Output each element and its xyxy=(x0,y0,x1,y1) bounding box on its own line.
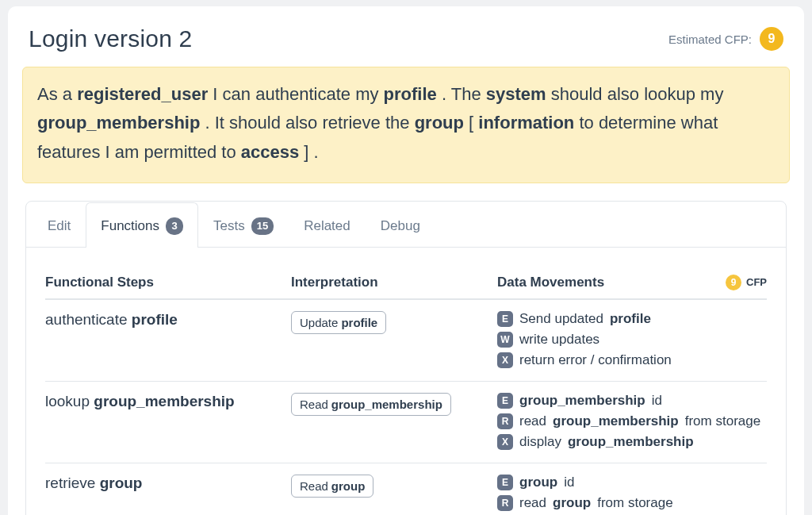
movement-text: read xyxy=(519,413,546,429)
interpretation-cell: Readgroup xyxy=(291,475,497,498)
movement-entity: group_membership xyxy=(519,393,645,409)
tab-label: Edit xyxy=(48,218,71,234)
table-body: authenticate profileUpdateprofileESend u… xyxy=(45,300,767,515)
data-movement: Xdisplay group_membership xyxy=(497,434,767,450)
movement-entity: group_membership xyxy=(553,413,679,429)
interpretation-pill[interactable]: Readgroup_membership xyxy=(291,393,451,416)
data-movement: Wwrite updates xyxy=(497,332,767,348)
tab-label: Tests xyxy=(213,218,245,234)
movement-text: id xyxy=(652,393,662,409)
functional-step: authenticate profile xyxy=(45,311,291,329)
tab-label: Functions xyxy=(101,218,159,234)
movement-code-chip: W xyxy=(497,332,513,348)
tab-label: Debug xyxy=(381,218,420,234)
tab-count-badge: 15 xyxy=(251,217,274,235)
story-entity: group xyxy=(415,113,464,133)
movement-text: id xyxy=(564,475,574,490)
page-header: Login version 2 Estimated CFP: 9 xyxy=(8,25,804,52)
story-text: should also lookup my xyxy=(546,84,724,104)
step-noun: group xyxy=(100,475,143,491)
movement-text: from storage xyxy=(597,495,672,511)
movement-code-chip: X xyxy=(497,352,513,368)
interpretation-cell: Readgroup_membership xyxy=(291,393,497,416)
data-movement: Xreturn error / confirmation xyxy=(497,352,767,368)
data-movement: ESend updated profile xyxy=(497,311,767,327)
step-verb: retrieve xyxy=(45,475,100,491)
data-movement: Egroup id xyxy=(497,475,767,490)
interp-verb: Read xyxy=(300,398,328,411)
interp-noun: group xyxy=(331,479,366,493)
user-story-note: As a registered_user I can authenticate … xyxy=(22,67,790,183)
functional-step: retrieve group xyxy=(45,475,291,492)
page-card: Login version 2 Estimated CFP: 9 As a re… xyxy=(8,6,804,515)
cfp-chip-value: 9 xyxy=(726,275,741,290)
interp-noun: group_membership xyxy=(331,398,442,411)
data-movements: Egroup idRread group from storageXdispla… xyxy=(497,475,767,515)
interpretation-pill[interactable]: Updateprofile xyxy=(291,311,386,334)
movement-text: return error / confirmation xyxy=(519,352,672,368)
story-text: As a xyxy=(37,84,77,104)
movement-entity: group xyxy=(519,475,557,490)
estimated-cfp-value: 9 xyxy=(760,27,783,51)
interpretation-cell: Updateprofile xyxy=(291,311,497,334)
tab-edit[interactable]: Edit xyxy=(33,202,86,248)
tab-count-badge: 3 xyxy=(166,217,183,235)
story-entity: information xyxy=(478,113,574,133)
tab-tests[interactable]: Tests 15 xyxy=(198,202,289,248)
interpretation-pill[interactable]: Readgroup xyxy=(291,475,373,498)
movement-entity: group_membership xyxy=(568,434,694,450)
interp-verb: Update xyxy=(300,316,338,329)
table-row: authenticate profileUpdateprofileESend u… xyxy=(45,300,767,382)
tab-functions[interactable]: Functions 3 xyxy=(86,202,198,248)
step-noun: profile xyxy=(132,311,178,328)
data-movement: Rread group_membership from storage xyxy=(497,413,767,429)
functions-section: Edit Functions 3 Tests 15 Related Debug … xyxy=(25,201,787,515)
tab-bar: Edit Functions 3 Tests 15 Related Debug xyxy=(26,202,786,248)
interp-verb: Read xyxy=(300,479,328,493)
movement-text: display xyxy=(519,434,561,450)
tab-related[interactable]: Related xyxy=(289,202,366,248)
movement-code-chip: R xyxy=(497,495,513,511)
movement-text: from storage xyxy=(685,413,760,429)
story-entity: profile xyxy=(384,84,437,104)
story-text: . The xyxy=(437,84,486,104)
story-entity: group_membership xyxy=(37,113,200,133)
table-row: lookup group_membershipReadgroup_members… xyxy=(45,382,767,463)
movement-code-chip: R xyxy=(497,413,513,429)
story-entity: registered_user xyxy=(77,84,208,104)
movement-text: read xyxy=(519,495,546,511)
step-noun: group_membership xyxy=(94,393,234,409)
tab-label: Related xyxy=(304,218,350,234)
page-title: Login version 2 xyxy=(29,25,192,52)
cfp-chip: 9 CFP xyxy=(726,275,767,290)
story-text: I can authenticate my xyxy=(208,84,383,104)
interp-noun: profile xyxy=(341,316,377,329)
data-movements: ESend updated profileWwrite updatesXretu… xyxy=(497,311,767,368)
movement-code-chip: E xyxy=(497,311,513,327)
data-movements: Egroup_membership idRread group_membersh… xyxy=(497,393,767,450)
story-text: [ xyxy=(464,113,478,133)
functional-step: lookup group_membership xyxy=(45,393,291,410)
step-verb: lookup xyxy=(45,393,94,409)
movement-code-chip: E xyxy=(497,475,513,490)
story-text: ] . xyxy=(299,142,318,162)
data-movement: Rread group from storage xyxy=(497,495,767,511)
col-movements-label: Data Movements xyxy=(497,275,604,290)
movement-code-chip: E xyxy=(497,393,513,409)
step-verb: authenticate xyxy=(45,311,132,328)
col-interpretation-label: Interpretation xyxy=(291,275,497,290)
movement-entity: profile xyxy=(610,311,651,327)
story-entity: access xyxy=(241,142,299,162)
estimated-cfp: Estimated CFP: 9 xyxy=(668,27,783,51)
cfp-chip-label: CFP xyxy=(746,276,767,288)
movement-text: Send updated xyxy=(519,311,603,327)
estimated-cfp-label: Estimated CFP: xyxy=(668,33,752,46)
table-header: Functional Steps Interpretation Data Mov… xyxy=(45,271,767,300)
story-entity: system xyxy=(486,84,546,104)
data-movement: Egroup_membership id xyxy=(497,393,767,409)
table-row: retrieve groupReadgroupEgroup idRread gr… xyxy=(45,463,767,515)
movement-entity: group xyxy=(553,495,591,511)
col-steps-label: Functional Steps xyxy=(45,275,291,290)
story-text: . It should also retrieve the xyxy=(200,113,414,133)
tab-debug[interactable]: Debug xyxy=(366,202,435,248)
